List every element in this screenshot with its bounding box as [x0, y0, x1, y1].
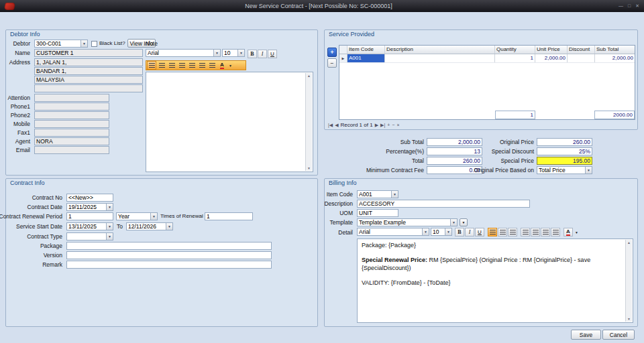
add-row-button[interactable]: + — [327, 48, 337, 57]
contract-type-combo[interactable]: ▼ — [66, 232, 113, 241]
table-row[interactable]: ▶ A001 1 2,000.00 2,000.00 — [339, 54, 635, 63]
maximize-button[interactable]: □ — [628, 3, 631, 9]
original-price-field[interactable]: 260.00 — [537, 138, 592, 146]
times-of-renewal-field[interactable]: 1 — [205, 212, 253, 220]
cell-description[interactable] — [385, 54, 495, 62]
minimize-button[interactable]: — — [619, 3, 623, 9]
bullet-list-icon[interactable] — [177, 61, 186, 70]
chevron-down-icon[interactable]: ▼ — [213, 50, 220, 56]
chevron-down-icon[interactable]: ▼ — [574, 228, 580, 236]
price-based-on-combo[interactable]: Total Price ▼ — [537, 166, 592, 174]
mobile-field[interactable] — [34, 120, 109, 128]
cell-item-code[interactable]: A001 — [347, 54, 385, 62]
template-dropdown-button[interactable]: ▼ — [460, 218, 468, 226]
billing-description-field[interactable]: ACCESSORY — [357, 200, 530, 208]
numbered-list-icon[interactable] — [187, 61, 197, 70]
underline-button[interactable]: U — [475, 228, 484, 236]
address-line1-field[interactable]: 1, JALAN 1, — [34, 58, 143, 66]
address-line3-field[interactable]: MALAYSIA — [34, 76, 143, 84]
numbered-list-icon[interactable] — [531, 228, 540, 236]
underline-button[interactable]: U — [268, 50, 277, 58]
outdent-icon[interactable] — [541, 228, 550, 236]
scroll-up-icon[interactable]: ▲ — [627, 241, 631, 245]
chevron-down-icon[interactable]: ▼ — [106, 233, 113, 240]
col-description[interactable]: Description — [385, 46, 495, 54]
renewal-unit-combo[interactable]: Year ▼ — [116, 212, 158, 220]
bold-button[interactable]: B — [248, 50, 257, 58]
black-list-checkbox[interactable] — [91, 41, 97, 47]
special-price-field[interactable]: 195.00 — [537, 157, 592, 165]
close-button[interactable]: ✕ — [635, 3, 639, 9]
phone1-field[interactable] — [34, 102, 109, 111]
name-field[interactable]: CUSTOMER 1 — [34, 49, 143, 57]
cell-sub-total[interactable]: 2,000.00 — [595, 54, 635, 62]
italic-button[interactable]: I — [258, 50, 267, 58]
renewal-period-field[interactable]: 1 — [66, 212, 113, 220]
chevron-down-icon[interactable]: ▼ — [237, 50, 244, 56]
debtor-combo[interactable]: 300-C001 ▼ — [34, 40, 88, 48]
italic-button[interactable]: I — [465, 228, 474, 236]
cancel-button[interactable]: Cancel — [602, 330, 635, 340]
align-left-icon[interactable] — [488, 228, 497, 236]
fax1-field[interactable] — [34, 129, 109, 137]
chevron-down-icon[interactable]: ▼ — [166, 223, 172, 230]
nav-next-icon[interactable]: ▶ — [375, 123, 378, 128]
detail-font-combo[interactable]: Arial ▼ — [357, 228, 429, 236]
chevron-down-icon[interactable]: ▼ — [585, 167, 592, 174]
col-discount[interactable]: Discount — [568, 46, 595, 54]
col-quantity[interactable]: Quantity — [495, 46, 535, 54]
chevron-down-icon[interactable]: ▼ — [422, 228, 429, 235]
nav-edit-icon[interactable]: × — [396, 123, 399, 127]
font-color-button[interactable]: A — [217, 61, 227, 70]
total-field[interactable]: 260.00 — [427, 157, 482, 165]
chevron-down-icon[interactable]: ▼ — [391, 191, 398, 198]
cell-unit-price[interactable]: 2,000.00 — [535, 54, 568, 62]
nav-append-icon[interactable]: + — [387, 123, 390, 127]
scroll-up-icon[interactable]: ▲ — [307, 74, 311, 78]
detail-scrollbar[interactable]: ▲ ▼ — [625, 240, 632, 322]
nav-last-icon[interactable]: ▶| — [380, 123, 385, 128]
version-field[interactable] — [66, 251, 272, 259]
scroll-down-icon[interactable]: ▼ — [307, 166, 311, 170]
email-field[interactable] — [34, 146, 109, 154]
chevron-down-icon[interactable]: ▼ — [80, 40, 87, 47]
billing-item-code-combo[interactable]: A001 ▼ — [357, 190, 398, 198]
cell-discount[interactable] — [568, 54, 595, 62]
col-item-code[interactable]: Item Code — [347, 46, 385, 54]
scroll-down-icon[interactable]: ▼ — [627, 317, 631, 321]
note-font-combo[interactable]: Arial ▼ — [146, 49, 221, 57]
template-combo[interactable]: Template Example ▼ — [357, 218, 458, 226]
font-color-button[interactable]: A — [564, 228, 573, 236]
address-line4-field[interactable] — [34, 84, 143, 92]
note-scrollbar[interactable]: ▲ ▼ — [305, 73, 312, 171]
cell-quantity[interactable]: 1 — [495, 54, 535, 62]
special-discount-field[interactable]: 25% — [537, 147, 592, 155]
align-right-icon[interactable] — [167, 61, 176, 70]
detail-textarea[interactable]: Package: {Package} Special Renewal Price… — [357, 238, 633, 323]
sub-total-field[interactable]: 2,000.00 — [427, 138, 482, 146]
indent-icon[interactable] — [207, 61, 217, 70]
note-fontsize-combo[interactable]: 10 ▼ — [222, 49, 245, 57]
bold-button[interactable]: B — [455, 228, 464, 236]
nav-delete-icon[interactable]: − — [392, 123, 394, 127]
phone2-field[interactable] — [34, 111, 109, 119]
bullet-list-icon[interactable] — [521, 228, 530, 236]
align-center-icon[interactable] — [498, 228, 507, 236]
chevron-down-icon[interactable]: ▼ — [150, 213, 157, 220]
service-end-date-picker[interactable]: 12/11/2026 ▼ — [126, 222, 173, 230]
chevron-down-icon[interactable]: ▼ — [106, 223, 113, 230]
align-left-icon[interactable] — [147, 61, 156, 70]
nav-first-icon[interactable]: |◀ — [328, 123, 333, 128]
contract-no-field[interactable]: <<New>> — [66, 194, 113, 202]
detail-fontsize-combo[interactable]: 10 ▼ — [431, 228, 452, 236]
indent-icon[interactable] — [551, 228, 560, 236]
outdent-icon[interactable] — [197, 61, 207, 70]
chevron-down-icon[interactable]: ▼ — [106, 204, 113, 210]
address-line2-field[interactable]: BANDAR 1, — [34, 67, 143, 75]
nav-prev-icon[interactable]: ◀ — [335, 123, 338, 128]
agent-field[interactable]: NORA — [34, 137, 109, 145]
attention-field[interactable] — [34, 94, 109, 102]
chevron-down-icon[interactable]: ▼ — [450, 219, 457, 226]
contract-date-picker[interactable]: 19/11/2025 ▼ — [66, 203, 113, 211]
save-button[interactable]: Save — [571, 330, 601, 340]
